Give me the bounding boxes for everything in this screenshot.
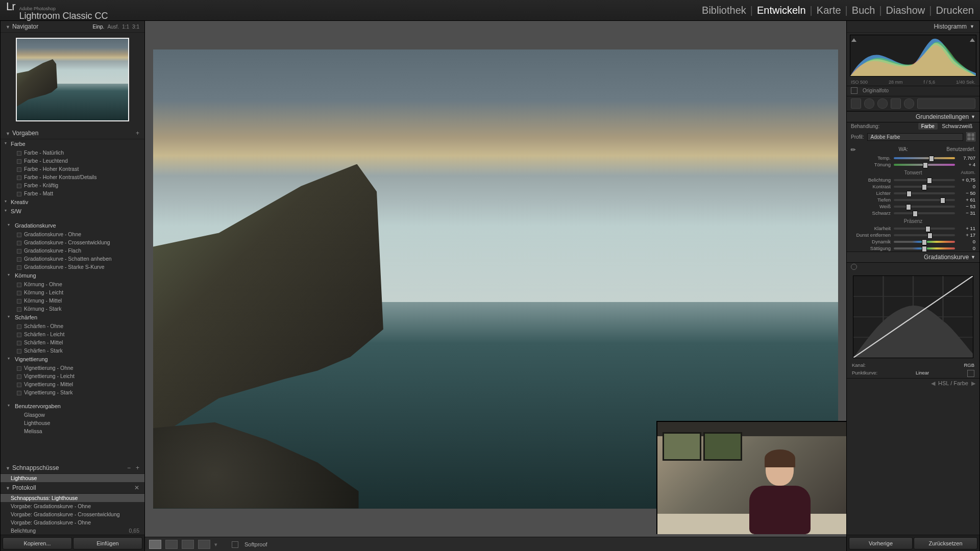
module-karte[interactable]: Karte	[817, 5, 841, 16]
history-item[interactable]: Vorgabe: Gradationskurve - Crossentwickl…	[1, 510, 144, 518]
slider-value[interactable]: − 53	[958, 204, 975, 209]
add-snapshot-icon[interactable]: − +	[127, 464, 139, 471]
slider-value[interactable]: − 31	[958, 210, 975, 216]
view-mode-before-after-lr[interactable]	[165, 540, 178, 549]
channel-row[interactable]: Kanal: RGB	[847, 361, 979, 369]
highlight-clip-icon[interactable]	[970, 36, 975, 43]
slider-belichtung[interactable]: Belichtung+ 0,75	[847, 177, 979, 183]
module-drucken[interactable]: Drucken	[936, 5, 974, 16]
preset-item[interactable]: Farbe - Kräftig	[1, 181, 144, 189]
preset-item[interactable]: Farbe - Leuchtend	[1, 157, 144, 165]
history-item[interactable]: Schnappschuss: Lighthouse	[1, 494, 144, 502]
snapshots-header[interactable]: ▼Schnappschüsse − +	[1, 462, 144, 474]
history-item[interactable]: Vorgabe: Gradationskurve - Ohne	[1, 518, 144, 527]
preset-group[interactable]: Vignettierung	[1, 355, 144, 364]
preset-item[interactable]: Gradationskurve - Flach	[1, 246, 144, 255]
slider-thumb[interactable]	[922, 239, 927, 245]
original-checkbox[interactable]	[851, 87, 857, 94]
module-entwickeln[interactable]: Entwickeln	[757, 5, 806, 16]
zoom-2[interactable]: 1:1	[122, 24, 129, 30]
slider-value[interactable]: 0	[958, 239, 975, 244]
slider-value[interactable]: 7.707	[958, 155, 975, 161]
preset-item[interactable]: Körnung - Ohne	[1, 280, 144, 288]
pointcurve-row[interactable]: Punktkurve: Linear	[847, 369, 979, 378]
preset-item[interactable]: Glasgow	[1, 411, 144, 419]
preset-item[interactable]: Farbe - Hoher Kontrast/Details	[1, 173, 144, 181]
zoom-3[interactable]: 3:1	[132, 24, 139, 30]
slider-thumb[interactable]	[929, 156, 934, 162]
slider-schwarz[interactable]: Schwarz− 31	[847, 210, 979, 216]
preset-item[interactable]: Körnung - Stark	[1, 305, 144, 313]
module-bibliothek[interactable]: Bibliothek	[702, 5, 746, 16]
view-mode-split[interactable]	[198, 540, 210, 549]
softproof-checkbox[interactable]	[232, 541, 238, 548]
slider-tiefen[interactable]: Tiefen+ 61	[847, 196, 979, 203]
preset-group[interactable]: S/W	[1, 207, 144, 216]
preset-group[interactable]: Farbe	[1, 139, 144, 148]
graduated-filter-tool[interactable]	[891, 98, 901, 109]
auto-tone-button[interactable]: Autom.	[961, 170, 975, 175]
histogram-display[interactable]	[850, 35, 976, 77]
tonecurve-display[interactable]	[853, 276, 973, 358]
channel-value[interactable]: RGB	[964, 362, 974, 368]
slider-thumb[interactable]	[927, 233, 933, 239]
preset-item[interactable]: Vignettierung - Leicht	[1, 372, 144, 380]
zoom-0[interactable]: Einp.	[93, 24, 105, 30]
tonecurve-header[interactable]: Gradationskurve▼	[847, 252, 979, 263]
slider-value[interactable]: − 50	[958, 190, 975, 196]
preset-item[interactable]: Melissa	[1, 427, 144, 435]
slider-value[interactable]: + 0,75	[958, 177, 975, 183]
preset-item[interactable]: Farbe - Hoher Kontrast	[1, 165, 144, 173]
slider-value[interactable]: + 17	[958, 232, 975, 238]
preset-item[interactable]: Lighthouse	[1, 419, 144, 427]
slider-dunst-entfernen[interactable]: Dunst entfernen+ 17	[847, 232, 979, 238]
slider-thumb[interactable]	[913, 211, 918, 217]
paste-button[interactable]: Einfügen	[73, 537, 142, 549]
preset-item[interactable]: Gradationskurve - Crossentwicklung	[1, 238, 144, 246]
module-buch[interactable]: Buch	[852, 5, 875, 16]
copy-button[interactable]: Kopieren...	[3, 537, 72, 549]
slider-thumb[interactable]	[923, 162, 928, 168]
preset-item[interactable]: Schärfen - Leicht	[1, 330, 144, 338]
clear-history-icon[interactable]: ✕	[134, 484, 139, 491]
preset-item[interactable]: Schärfen - Ohne	[1, 322, 144, 330]
reset-button[interactable]: Zurücksetzen	[914, 537, 977, 549]
preset-item[interactable]: Schärfen - Stark	[1, 346, 144, 355]
slider-s-ttigung[interactable]: Sättigung0	[847, 245, 979, 252]
treatment-bw[interactable]: Schwarzweiß	[939, 123, 975, 130]
slider-thumb[interactable]	[906, 191, 912, 197]
slider-kontrast[interactable]: Kontrast0	[847, 183, 979, 190]
preset-group[interactable]: Kreativ	[1, 197, 144, 207]
module-diashow[interactable]: Diashow	[886, 5, 925, 16]
preset-item[interactable]: Farbe - Matt	[1, 189, 144, 197]
preset-group[interactable]: Körnung	[1, 271, 144, 280]
slider-thumb[interactable]	[925, 226, 930, 232]
preset-item[interactable]: Körnung - Leicht	[1, 288, 144, 296]
history-item[interactable]: Belichtung0,65	[1, 527, 144, 535]
preset-item[interactable]: Gradationskurve - Starke S-Kurve	[1, 263, 144, 271]
slider-klarheit[interactable]: Klarheit+ 11	[847, 225, 979, 232]
slider-lichter[interactable]: Lichter− 50	[847, 190, 979, 196]
pointcurve-value[interactable]: Linear	[916, 370, 929, 377]
basic-header[interactable]: Grundeinstellungen▼	[847, 111, 979, 122]
slider-thumb[interactable]	[940, 197, 945, 204]
preset-item[interactable]: Farbe - Natürlich	[1, 148, 144, 157]
brush-tool[interactable]	[917, 98, 975, 109]
crop-tool[interactable]	[851, 98, 861, 109]
profile-browser-icon[interactable]	[966, 132, 975, 141]
original-photo-row[interactable]: Originalfoto	[847, 86, 979, 96]
profile-select[interactable]: Adobe Farbe	[867, 133, 963, 141]
preset-item[interactable]: Vignettierung - Ohne	[1, 364, 144, 372]
slider-thumb[interactable]	[922, 184, 927, 190]
presets-header[interactable]: ▼Vorgaben +	[1, 128, 144, 139]
view-mode-loupe[interactable]	[149, 540, 161, 549]
redeye-tool[interactable]	[877, 98, 888, 109]
preset-group[interactable]: Gradationskurve	[1, 221, 144, 230]
navigator-zoom-levels[interactable]: Einp.Ausf.1:13:1	[93, 24, 139, 30]
slider-value[interactable]: + 11	[958, 226, 975, 231]
preset-item[interactable]: Gradationskurve - Ohne	[1, 230, 144, 238]
spot-removal-tool[interactable]	[864, 98, 874, 109]
tonecurve-target-icon[interactable]	[847, 263, 979, 272]
preset-group[interactable]: Benutzervorgaben	[1, 402, 144, 411]
slider-t-nung[interactable]: Tönung+ 4	[847, 161, 979, 168]
